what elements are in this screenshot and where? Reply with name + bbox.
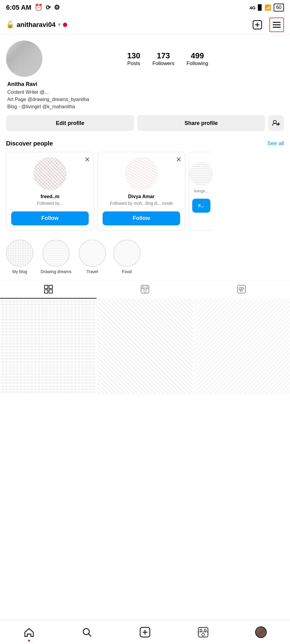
close-card-1-button[interactable]: ✕ [84,156,90,164]
svg-point-29 [202,633,204,636]
highlight-item-1[interactable]: My blog [6,240,33,274]
svg-rect-13 [141,285,149,293]
posts-count: 130 [127,51,140,60]
action-buttons: Edit profile Share profile [6,115,284,131]
post-cell-1[interactable] [0,299,96,394]
nav-profile[interactable] [232,620,290,644]
lock-icon: 🔓 [6,21,14,29]
followers-label: Followers [152,60,174,67]
follow-card-2-button[interactable]: Follow [103,211,180,225]
posts-grid [0,299,290,394]
post-cell-3[interactable] [194,299,290,394]
bio-line-3: Blog - @livingirl @k_mahanitha [7,103,283,110]
card-1-desc: Followed by... [37,201,63,207]
wifi-icon: 📶 [265,4,271,11]
svg-line-21 [88,634,91,636]
followers-stat[interactable]: 173 Followers [152,51,174,67]
tab-tagged[interactable] [193,280,290,299]
highlights-section: My blog Drawing dreams Travel Food [0,234,290,277]
nav-search[interactable] [58,620,116,644]
tab-grid[interactable] [0,280,97,299]
posts-tabs [0,280,290,299]
post-image-3 [194,299,290,394]
hamburger-menu-button[interactable] [269,18,284,32]
highlight-label-3: Travel [87,269,98,274]
post-image-1 [0,299,96,394]
see-all-link[interactable]: See all [267,140,284,147]
follow-card-1-button[interactable]: Follow [11,211,89,225]
highlight-img-2 [43,240,69,266]
stats-row: 130 Posts 173 Followers 499 Following [51,51,284,67]
post-cell-2[interactable] [97,299,193,394]
highlight-item-3[interactable]: Travel [79,240,106,274]
notification-dot [63,23,67,27]
highlights-row: My blog Drawing dreams Travel Food [6,240,284,274]
discover-title: Discover people [6,140,53,147]
card-3-avatar-image [189,162,213,186]
bottom-navigation [0,620,290,644]
card-1-avatar-image [33,157,67,190]
card-1-avatar [33,157,67,190]
settings-icon: ⚙ [54,4,60,11]
highlight-item-4[interactable]: Food [113,240,140,274]
svg-rect-12 [49,290,52,293]
lte-indicator: 4G [249,5,255,10]
card-3-desc: livingir... [194,188,208,194]
tab-reels[interactable] [97,280,193,299]
username-area[interactable]: 🔓 anitharavi04 ▾ [6,21,67,29]
discover-section: Discover people See all ✕ freed..m Follo… [0,134,290,234]
highlight-circle-3 [79,240,106,267]
follow-card-3-button[interactable]: F... [192,199,210,213]
following-label: Following [186,60,208,67]
highlight-label-1: My blog [12,269,27,274]
time-display: 6:05 AM [6,4,31,11]
share-profile-button[interactable]: Share profile [137,115,265,131]
bio-line-2: Art Page @drawing_dreams_byanitha [7,96,283,103]
nav-reels[interactable] [174,620,232,644]
svg-rect-11 [44,290,48,293]
top-navigation: 🔓 anitharavi04 ▾ [0,15,290,34]
svg-rect-25 [198,627,208,637]
bottom-nav-spacer [0,394,290,425]
highlight-item-2[interactable]: Drawing dreams [41,240,71,274]
card-2-name: Divya Amar [128,194,154,199]
add-post-button[interactable] [250,18,265,32]
signal-icon: ▉ [258,4,262,11]
profile-section: 130 Posts 173 Followers 499 Following An… [0,34,290,134]
highlight-circle-4 [113,240,140,267]
followers-count: 173 [157,51,170,60]
display-name: Anitha Ravi [7,81,283,87]
posts-label: Posts [127,60,140,67]
edit-profile-button[interactable]: Edit profile [6,115,134,131]
avatar-container[interactable] [6,41,42,77]
dropdown-arrow[interactable]: ▾ [58,21,61,28]
svg-point-6 [273,120,276,123]
alarm-icon: ⏰ [35,4,43,11]
nav-add[interactable] [116,620,174,644]
profile-header: 130 Posts 173 Followers 499 Following [6,41,284,77]
battery-icon: 60 [274,4,284,11]
nav-home[interactable] [0,620,58,644]
card-2-avatar-image [125,157,158,190]
post-image-2 [97,299,193,394]
username-label[interactable]: anitharavi04 [17,21,55,29]
highlight-label-2: Drawing dreams [41,269,71,274]
svg-point-26 [200,629,202,631]
close-card-2-button[interactable]: ✕ [176,156,181,164]
highlight-circle-2 [42,240,70,267]
add-friend-button[interactable] [268,115,284,131]
bio-section: Anitha Ravi Content Writer @... Art Page… [6,81,284,110]
status-indicators: 4G ▉ 📶 60 [249,4,284,11]
svg-rect-10 [49,285,52,289]
discover-cards-row: ✕ freed..m Followed by... Follow ✕ Divya… [6,152,284,230]
status-time: 6:05 AM ⏰ ⟳ ⚙ [6,4,60,11]
svg-point-27 [204,629,206,631]
svg-point-14 [142,286,144,288]
highlight-label-4: Food [122,269,132,274]
highlight-img-4 [114,240,140,266]
avatar-image [6,41,42,77]
discover-card-2: ✕ Divya Amar Followed by moh...iling di.… [97,152,185,230]
highlight-circle-1 [6,240,33,267]
posts-stat[interactable]: 130 Posts [127,51,140,67]
following-stat[interactable]: 499 Following [186,51,208,67]
